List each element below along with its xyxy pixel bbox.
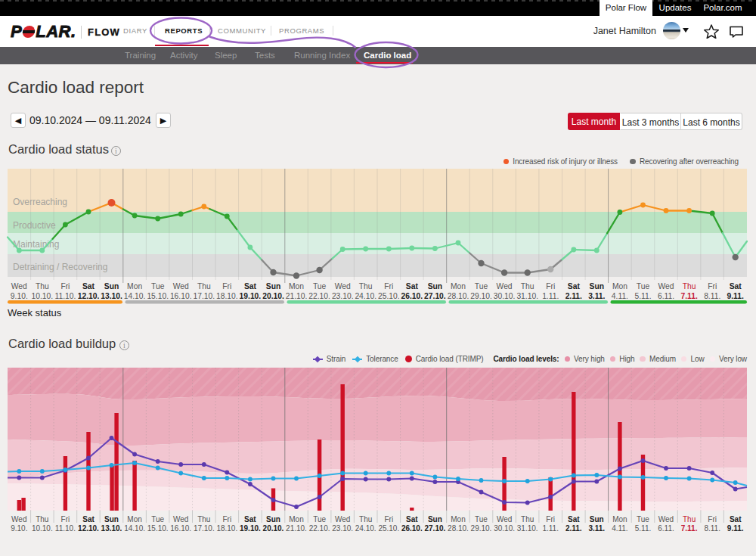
svg-text:Thu: Thu: [359, 515, 372, 523]
svg-text:14.10.: 14.10.: [124, 292, 146, 300]
svg-text:13.10.: 13.10.: [101, 292, 122, 300]
svg-text:Thu: Thu: [197, 282, 211, 290]
svg-text:Sun: Sun: [266, 282, 280, 290]
svg-text:18.10.: 18.10.: [216, 292, 238, 300]
svg-text:31.10.: 31.10.: [517, 524, 538, 533]
svg-text:Tue: Tue: [637, 515, 649, 523]
svg-text:29.10.: 29.10.: [470, 292, 492, 300]
svg-text:22.10.: 22.10.: [308, 292, 330, 300]
svg-text:Mon: Mon: [612, 282, 627, 290]
svg-text:Tue: Tue: [637, 282, 650, 290]
svg-text:Sat: Sat: [406, 515, 418, 523]
svg-text:Sun: Sun: [104, 282, 119, 290]
svg-text:27.10.: 27.10.: [424, 524, 445, 533]
svg-text:20.10.: 20.10.: [262, 292, 284, 300]
svg-text:22.10.: 22.10.: [309, 524, 330, 533]
svg-text:Tue: Tue: [313, 282, 327, 290]
svg-text:14.10.: 14.10.: [124, 524, 145, 533]
svg-text:Sun: Sun: [590, 282, 604, 290]
svg-text:Tue: Tue: [151, 282, 165, 290]
svg-text:Sat: Sat: [82, 515, 94, 523]
svg-text:17.10.: 17.10.: [194, 524, 215, 533]
svg-text:3.11.: 3.11.: [588, 524, 605, 533]
svg-text:Tue: Tue: [151, 515, 164, 523]
svg-text:Thu: Thu: [683, 282, 696, 290]
svg-text:Sun: Sun: [266, 515, 280, 523]
svg-text:Sat: Sat: [244, 515, 256, 523]
svg-text:30.10.: 30.10.: [494, 524, 515, 533]
svg-text:Mon: Mon: [127, 515, 141, 523]
svg-text:16.10.: 16.10.: [170, 292, 192, 300]
svg-text:29.10.: 29.10.: [471, 524, 492, 533]
svg-text:Fri: Fri: [546, 515, 555, 523]
svg-text:Sat: Sat: [730, 515, 742, 523]
svg-text:Thu: Thu: [521, 282, 534, 290]
svg-text:Sat: Sat: [568, 282, 581, 290]
svg-text:26.10.: 26.10.: [401, 292, 423, 300]
svg-text:24.10.: 24.10.: [355, 292, 376, 300]
svg-text:9.11.: 9.11.: [727, 524, 744, 533]
svg-text:23.10.: 23.10.: [332, 524, 353, 533]
svg-text:15.10.: 15.10.: [147, 292, 169, 300]
svg-text:6.11.: 6.11.: [658, 524, 674, 533]
svg-text:17.10.: 17.10.: [193, 292, 215, 300]
svg-text:28.10.: 28.10.: [448, 524, 469, 533]
svg-text:27.10.: 27.10.: [424, 292, 446, 300]
svg-text:9.11.: 9.11.: [727, 292, 744, 300]
svg-text:Fri: Fri: [546, 282, 555, 290]
svg-text:Sun: Sun: [428, 515, 442, 523]
svg-text:Fri: Fri: [708, 515, 717, 523]
svg-text:Fri: Fri: [708, 282, 717, 290]
svg-text:7.11.: 7.11.: [681, 524, 698, 533]
svg-text:Wed: Wed: [173, 515, 188, 523]
svg-text:Tue: Tue: [475, 282, 488, 290]
svg-text:13.10.: 13.10.: [101, 524, 122, 533]
svg-text:Wed: Wed: [658, 282, 674, 290]
svg-text:Mon: Mon: [451, 515, 465, 523]
svg-text:Thu: Thu: [36, 515, 48, 523]
svg-text:Mon: Mon: [127, 282, 142, 290]
svg-text:5.11.: 5.11.: [635, 524, 652, 533]
svg-text:1.11.: 1.11.: [542, 524, 559, 533]
svg-text:24.10.: 24.10.: [355, 524, 376, 533]
svg-text:Wed: Wed: [497, 282, 513, 290]
svg-text:25.10.: 25.10.: [378, 292, 400, 300]
svg-text:3.11.: 3.11.: [588, 292, 605, 300]
svg-text:23.10.: 23.10.: [332, 292, 354, 300]
svg-text:Mon: Mon: [451, 282, 466, 290]
svg-text:7.11.: 7.11.: [680, 292, 697, 300]
svg-text:Mon: Mon: [289, 515, 303, 523]
svg-text:Fri: Fri: [222, 282, 231, 290]
svg-text:Fri: Fri: [60, 282, 70, 290]
svg-text:Wed: Wed: [658, 515, 674, 523]
svg-text:9.10.: 9.10.: [11, 524, 27, 533]
svg-text:Sat: Sat: [82, 282, 95, 290]
svg-text:Wed: Wed: [11, 282, 27, 290]
svg-text:21.10.: 21.10.: [286, 524, 307, 533]
svg-text:Sat: Sat: [244, 282, 257, 290]
svg-text:30.10.: 30.10.: [494, 292, 516, 300]
svg-text:Wed: Wed: [497, 515, 512, 523]
svg-text:16.10.: 16.10.: [170, 524, 191, 533]
svg-text:Wed: Wed: [335, 515, 350, 523]
svg-text:Thu: Thu: [683, 515, 696, 523]
svg-text:4.11.: 4.11.: [612, 292, 628, 300]
svg-text:Thu: Thu: [521, 515, 534, 523]
svg-text:31.10.: 31.10.: [516, 292, 538, 300]
svg-text:5.11.: 5.11.: [634, 292, 651, 300]
svg-text:2.11.: 2.11.: [565, 524, 582, 533]
svg-text:25.10.: 25.10.: [378, 524, 399, 533]
svg-text:26.10.: 26.10.: [401, 524, 423, 533]
svg-text:19.10.: 19.10.: [240, 524, 261, 533]
svg-text:Mon: Mon: [289, 282, 304, 290]
svg-text:Fri: Fri: [222, 515, 231, 523]
svg-text:Sun: Sun: [104, 515, 119, 523]
svg-text:Wed: Wed: [173, 282, 189, 290]
svg-text:Fri: Fri: [61, 515, 70, 523]
svg-text:20.10.: 20.10.: [263, 524, 284, 533]
svg-text:Fri: Fri: [384, 282, 393, 290]
svg-text:1.11.: 1.11.: [542, 292, 559, 300]
svg-text:Fri: Fri: [384, 515, 393, 523]
svg-text:10.10.: 10.10.: [31, 292, 53, 300]
svg-text:18.10.: 18.10.: [216, 524, 237, 533]
